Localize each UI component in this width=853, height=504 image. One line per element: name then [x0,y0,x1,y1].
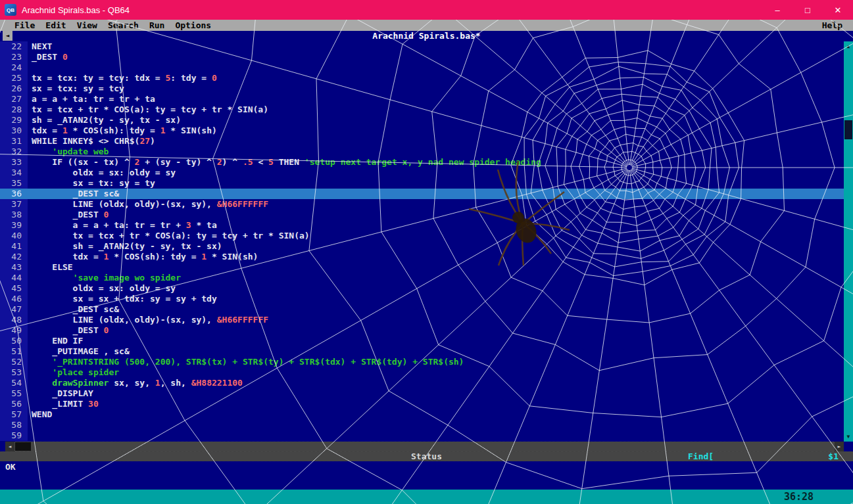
code-line-34[interactable]: 34 oldx = sx: oldy = sy [0,168,844,178]
code-line-54[interactable]: 54 drawSpinner sx, sy, 1, sh, &H88221100 [0,378,844,388]
code-line-29[interactable]: 29sh = _ATAN2(ty - sy, tx - sx) [0,115,844,126]
code-line-22[interactable]: 22NEXT [0,41,844,52]
code-text: _PUTIMAGE , sc& [28,346,130,357]
quick-find-label[interactable]: Find[ [688,451,714,461]
code-line-31[interactable]: 31WHILE INKEY$ <> CHR$(27) [0,136,844,147]
qb64-ide-window: QB Arachnid Spirals.bas - QB64 – □ ✕ Fil… [0,0,853,504]
code-line-51[interactable]: 51 _PUTIMAGE , sc& [0,346,844,357]
line-number: 33 [0,157,28,168]
code-text: sx = sx + tdx: sy = sy + tdy [28,294,217,304]
code-line-57[interactable]: 57WEND [0,409,844,420]
code-line-50[interactable]: 50 END IF [0,336,844,346]
line-number: 38 [0,210,28,220]
code-line-41[interactable]: 41 sh = _ATAN2(ty - sy, tx - sx) [0,241,844,252]
code-text: _DEST 0 [28,325,109,336]
menu-item-view[interactable]: View [72,20,103,30]
code-line-35[interactable]: 35 sx = tx: sy = ty [0,178,844,189]
code-line-56[interactable]: 56 _LIMIT 30 [0,399,844,409]
line-number: 23 [0,52,28,62]
tab-scroll-left-icon[interactable]: ◄ [3,31,12,41]
vertical-scrollbar-thumb[interactable] [844,120,852,139]
code-text: _DEST 0 [28,210,109,220]
line-number: 53 [0,367,28,378]
line-number: 50 [0,336,28,346]
line-number: 22 [0,41,28,52]
code-text: '_PRINTSTRING (500, 200), STR$(tx) + STR… [28,357,464,367]
line-number: 40 [0,231,28,241]
line-number: 47 [0,304,28,315]
horizontal-scrollbar-thumb[interactable] [15,442,31,451]
code-text: a = a + ta: tr = tr + 3 * ta [28,220,217,231]
menu-item-search[interactable]: Search [103,20,144,30]
code-text: 'update web [28,147,109,157]
code-line-39[interactable]: 39 a = a + ta: tr = tr + 3 * ta [0,220,844,231]
menu-item-run[interactable]: Run [144,20,170,30]
code-text [28,62,32,73]
status-pane-title: Status [0,451,853,461]
close-button[interactable]: ✕ [823,0,853,20]
code-line-40[interactable]: 40 tx = tcx + tr * COS(a): ty = tcy + tr… [0,231,844,241]
code-line-52[interactable]: 52 '_PRINTSTRING (500, 200), STR$(tx) + … [0,357,844,367]
code-text: END IF [28,336,83,346]
menu-items: FileEditViewSearchRunOptions [0,20,216,30]
code-line-37[interactable]: 37 LINE (oldx, oldy)-(sx, sy), &H66FFFFF… [0,199,844,210]
code-line-42[interactable]: 42 tdx = 1 * COS(sh): tdy = 1 * SIN(sh) [0,252,844,262]
line-number: 45 [0,283,28,294]
code-line-25[interactable]: 25tx = tcx: ty = tcy: tdx = 5: tdy = 0 [0,73,844,83]
code-line-53[interactable]: 53 'place spider [0,367,844,378]
code-line-27[interactable]: 27a = a + ta: tr = tr + ta [0,94,844,104]
line-number: 43 [0,262,28,273]
code-line-44[interactable]: 44 'save image wo spider [0,273,844,283]
code-line-23[interactable]: 23_DEST 0 [0,52,844,62]
code-line-45[interactable]: 45 oldx = sx: oldy = sy [0,283,844,294]
menu-item-edit[interactable]: Edit [40,20,71,30]
code-line-36[interactable]: 36 _DEST sc& [0,189,844,199]
code-text: IF ((sx - tx) ^ 2 + (sy - ty) ^ 2) ^ .5 … [28,157,541,168]
code-line-32[interactable]: 32 'update web [0,147,844,157]
scroll-right-icon[interactable]: ► [835,442,844,451]
status-border-right-label: $1 [828,451,839,461]
code-area[interactable]: 22NEXT23_DEST 02425tx = tcx: ty = tcy: t… [0,41,844,442]
menu-item-help[interactable]: Help [817,20,853,30]
maximize-button[interactable]: □ [792,0,823,20]
code-line-49[interactable]: 49 _DEST 0 [0,325,844,336]
horizontal-scrollbar[interactable]: ◄ ► [5,442,844,451]
line-number: 54 [0,378,28,388]
code-line-46[interactable]: 46 sx = sx + tdx: sy = sy + tdy [0,294,844,304]
menu-item-options[interactable]: Options [170,20,216,30]
code-line-28[interactable]: 28tx = tcx + tr * COS(a): ty = tcy + tr … [0,104,844,115]
code-line-55[interactable]: 55 _DISPLAY [0,388,844,399]
scroll-down-icon[interactable]: ▼ [844,432,853,442]
code-line-30[interactable]: 30tdx = 1 * COS(sh): tdy = 1 * SIN(sh) [0,126,844,136]
status-pane: OK [0,461,853,490]
vertical-scrollbar[interactable]: ▲ ▼ [844,41,853,442]
line-number: 51 [0,346,28,357]
code-text: 'place spider [28,367,119,378]
code-line-26[interactable]: 26sx = tcx: sy = tcy [0,83,844,94]
line-number: 55 [0,388,28,399]
scroll-left-icon[interactable]: ◄ [5,442,14,451]
menu-item-file[interactable]: File [9,20,40,30]
code-text: oldx = sx: oldy = sy [28,168,176,178]
code-text: drawSpinner sx, sy, 1, sh, &H88221100 [28,378,243,388]
line-number: 52 [0,357,28,367]
code-line-58[interactable]: 58 [0,420,844,430]
code-line-38[interactable]: 38 _DEST 0 [0,210,844,220]
line-number: 44 [0,273,28,283]
line-number: 34 [0,168,28,178]
minimize-button[interactable]: – [762,0,792,20]
code-line-48[interactable]: 48 LINE (oldx, oldy)-(sx, sy), &H66FFFFF… [0,315,844,325]
code-line-24[interactable]: 24 [0,62,844,73]
code-line-47[interactable]: 47 _DEST sc& [0,304,844,315]
code-text: tdx = 1 * COS(sh): tdy = 1 * SIN(sh) [28,252,258,262]
code-line-33[interactable]: 33 IF ((sx - tx) ^ 2 + (sy - ty) ^ 2) ^ … [0,157,844,168]
title-bar: QB Arachnid Spirals.bas - QB64 – □ ✕ [0,0,853,20]
line-number: 41 [0,241,28,252]
line-number: 59 [0,430,28,441]
code-line-43[interactable]: 43 ELSE [0,262,844,273]
scroll-up-icon[interactable]: ▲ [844,41,853,51]
line-number: 56 [0,399,28,409]
line-number: 27 [0,94,28,104]
line-number: 37 [0,199,28,210]
code-line-59[interactable]: 59 [0,430,844,441]
